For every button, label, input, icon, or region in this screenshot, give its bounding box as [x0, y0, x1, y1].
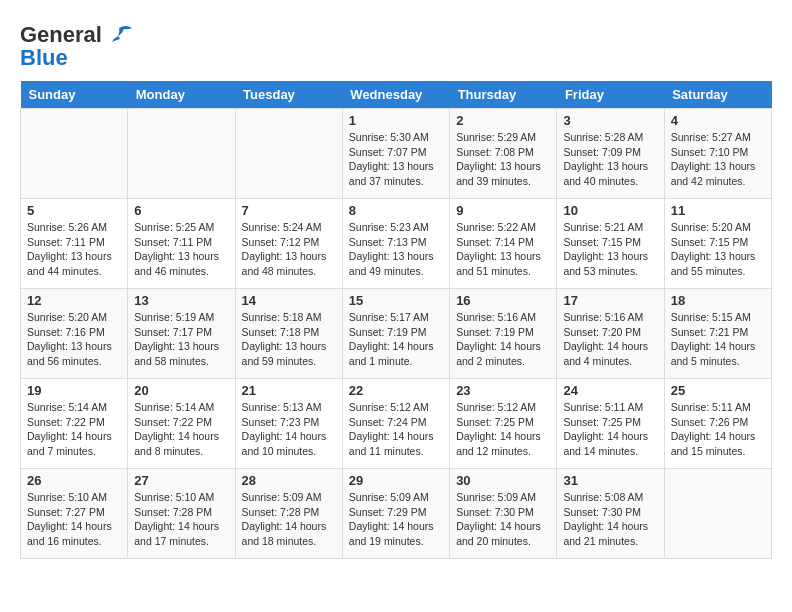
calendar-cell: 28Sunrise: 5:09 AM Sunset: 7:28 PM Dayli…: [235, 469, 342, 559]
day-number: 23: [456, 383, 550, 398]
day-info: Sunrise: 5:20 AM Sunset: 7:15 PM Dayligh…: [671, 220, 765, 279]
calendar-cell: [235, 109, 342, 199]
day-info: Sunrise: 5:09 AM Sunset: 7:30 PM Dayligh…: [456, 490, 550, 549]
calendar-cell: 29Sunrise: 5:09 AM Sunset: 7:29 PM Dayli…: [342, 469, 449, 559]
calendar-week-row: 12Sunrise: 5:20 AM Sunset: 7:16 PM Dayli…: [21, 289, 772, 379]
day-number: 3: [563, 113, 657, 128]
day-info: Sunrise: 5:13 AM Sunset: 7:23 PM Dayligh…: [242, 400, 336, 459]
day-number: 27: [134, 473, 228, 488]
calendar-cell: [664, 469, 771, 559]
day-number: 19: [27, 383, 121, 398]
day-info: Sunrise: 5:29 AM Sunset: 7:08 PM Dayligh…: [456, 130, 550, 189]
calendar-cell: 14Sunrise: 5:18 AM Sunset: 7:18 PM Dayli…: [235, 289, 342, 379]
day-info: Sunrise: 5:27 AM Sunset: 7:10 PM Dayligh…: [671, 130, 765, 189]
day-number: 8: [349, 203, 443, 218]
weekday-header-tuesday: Tuesday: [235, 81, 342, 109]
day-info: Sunrise: 5:11 AM Sunset: 7:26 PM Dayligh…: [671, 400, 765, 459]
calendar-cell: 6Sunrise: 5:25 AM Sunset: 7:11 PM Daylig…: [128, 199, 235, 289]
day-number: 24: [563, 383, 657, 398]
logo-blue-text: Blue: [20, 45, 68, 71]
weekday-header-monday: Monday: [128, 81, 235, 109]
day-info: Sunrise: 5:12 AM Sunset: 7:25 PM Dayligh…: [456, 400, 550, 459]
day-number: 31: [563, 473, 657, 488]
day-info: Sunrise: 5:18 AM Sunset: 7:18 PM Dayligh…: [242, 310, 336, 369]
day-number: 14: [242, 293, 336, 308]
weekday-header-row: SundayMondayTuesdayWednesdayThursdayFrid…: [21, 81, 772, 109]
calendar-cell: 19Sunrise: 5:14 AM Sunset: 7:22 PM Dayli…: [21, 379, 128, 469]
calendar-cell: 5Sunrise: 5:26 AM Sunset: 7:11 PM Daylig…: [21, 199, 128, 289]
day-number: 6: [134, 203, 228, 218]
day-number: 12: [27, 293, 121, 308]
day-info: Sunrise: 5:10 AM Sunset: 7:27 PM Dayligh…: [27, 490, 121, 549]
calendar-cell: 3Sunrise: 5:28 AM Sunset: 7:09 PM Daylig…: [557, 109, 664, 199]
day-info: Sunrise: 5:16 AM Sunset: 7:20 PM Dayligh…: [563, 310, 657, 369]
calendar-cell: 26Sunrise: 5:10 AM Sunset: 7:27 PM Dayli…: [21, 469, 128, 559]
day-info: Sunrise: 5:21 AM Sunset: 7:15 PM Dayligh…: [563, 220, 657, 279]
day-info: Sunrise: 5:20 AM Sunset: 7:16 PM Dayligh…: [27, 310, 121, 369]
day-info: Sunrise: 5:17 AM Sunset: 7:19 PM Dayligh…: [349, 310, 443, 369]
calendar-cell: 4Sunrise: 5:27 AM Sunset: 7:10 PM Daylig…: [664, 109, 771, 199]
day-number: 26: [27, 473, 121, 488]
calendar-cell: [21, 109, 128, 199]
calendar-cell: 11Sunrise: 5:20 AM Sunset: 7:15 PM Dayli…: [664, 199, 771, 289]
day-number: 18: [671, 293, 765, 308]
calendar-cell: 23Sunrise: 5:12 AM Sunset: 7:25 PM Dayli…: [450, 379, 557, 469]
day-number: 28: [242, 473, 336, 488]
calendar-week-row: 1Sunrise: 5:30 AM Sunset: 7:07 PM Daylig…: [21, 109, 772, 199]
day-info: Sunrise: 5:14 AM Sunset: 7:22 PM Dayligh…: [27, 400, 121, 459]
day-info: Sunrise: 5:16 AM Sunset: 7:19 PM Dayligh…: [456, 310, 550, 369]
calendar-cell: 25Sunrise: 5:11 AM Sunset: 7:26 PM Dayli…: [664, 379, 771, 469]
calendar-cell: 2Sunrise: 5:29 AM Sunset: 7:08 PM Daylig…: [450, 109, 557, 199]
calendar-cell: 18Sunrise: 5:15 AM Sunset: 7:21 PM Dayli…: [664, 289, 771, 379]
calendar-cell: 30Sunrise: 5:09 AM Sunset: 7:30 PM Dayli…: [450, 469, 557, 559]
day-number: 5: [27, 203, 121, 218]
day-number: 25: [671, 383, 765, 398]
day-info: Sunrise: 5:08 AM Sunset: 7:30 PM Dayligh…: [563, 490, 657, 549]
day-info: Sunrise: 5:28 AM Sunset: 7:09 PM Dayligh…: [563, 130, 657, 189]
day-number: 17: [563, 293, 657, 308]
calendar-cell: 9Sunrise: 5:22 AM Sunset: 7:14 PM Daylig…: [450, 199, 557, 289]
calendar-cell: 10Sunrise: 5:21 AM Sunset: 7:15 PM Dayli…: [557, 199, 664, 289]
day-info: Sunrise: 5:24 AM Sunset: 7:12 PM Dayligh…: [242, 220, 336, 279]
day-number: 4: [671, 113, 765, 128]
day-info: Sunrise: 5:15 AM Sunset: 7:21 PM Dayligh…: [671, 310, 765, 369]
calendar-cell: 1Sunrise: 5:30 AM Sunset: 7:07 PM Daylig…: [342, 109, 449, 199]
calendar-cell: 7Sunrise: 5:24 AM Sunset: 7:12 PM Daylig…: [235, 199, 342, 289]
day-number: 29: [349, 473, 443, 488]
day-info: Sunrise: 5:30 AM Sunset: 7:07 PM Dayligh…: [349, 130, 443, 189]
day-info: Sunrise: 5:09 AM Sunset: 7:28 PM Dayligh…: [242, 490, 336, 549]
weekday-header-wednesday: Wednesday: [342, 81, 449, 109]
day-number: 2: [456, 113, 550, 128]
calendar-cell: 21Sunrise: 5:13 AM Sunset: 7:23 PM Dayli…: [235, 379, 342, 469]
day-info: Sunrise: 5:19 AM Sunset: 7:17 PM Dayligh…: [134, 310, 228, 369]
day-number: 11: [671, 203, 765, 218]
logo-bird-icon: [104, 20, 134, 50]
calendar-cell: 13Sunrise: 5:19 AM Sunset: 7:17 PM Dayli…: [128, 289, 235, 379]
calendar-cell: [128, 109, 235, 199]
day-number: 10: [563, 203, 657, 218]
calendar-cell: 12Sunrise: 5:20 AM Sunset: 7:16 PM Dayli…: [21, 289, 128, 379]
day-number: 20: [134, 383, 228, 398]
logo: General Blue: [20, 20, 134, 71]
day-number: 7: [242, 203, 336, 218]
day-number: 13: [134, 293, 228, 308]
calendar-cell: 16Sunrise: 5:16 AM Sunset: 7:19 PM Dayli…: [450, 289, 557, 379]
calendar-cell: 22Sunrise: 5:12 AM Sunset: 7:24 PM Dayli…: [342, 379, 449, 469]
page-header: General Blue: [20, 20, 772, 71]
day-info: Sunrise: 5:11 AM Sunset: 7:25 PM Dayligh…: [563, 400, 657, 459]
day-info: Sunrise: 5:23 AM Sunset: 7:13 PM Dayligh…: [349, 220, 443, 279]
day-info: Sunrise: 5:14 AM Sunset: 7:22 PM Dayligh…: [134, 400, 228, 459]
day-info: Sunrise: 5:09 AM Sunset: 7:29 PM Dayligh…: [349, 490, 443, 549]
calendar-cell: 24Sunrise: 5:11 AM Sunset: 7:25 PM Dayli…: [557, 379, 664, 469]
calendar-week-row: 26Sunrise: 5:10 AM Sunset: 7:27 PM Dayli…: [21, 469, 772, 559]
day-number: 15: [349, 293, 443, 308]
calendar-cell: 27Sunrise: 5:10 AM Sunset: 7:28 PM Dayli…: [128, 469, 235, 559]
day-info: Sunrise: 5:26 AM Sunset: 7:11 PM Dayligh…: [27, 220, 121, 279]
day-info: Sunrise: 5:25 AM Sunset: 7:11 PM Dayligh…: [134, 220, 228, 279]
day-number: 22: [349, 383, 443, 398]
calendar-cell: 17Sunrise: 5:16 AM Sunset: 7:20 PM Dayli…: [557, 289, 664, 379]
calendar-cell: 31Sunrise: 5:08 AM Sunset: 7:30 PM Dayli…: [557, 469, 664, 559]
calendar-week-row: 5Sunrise: 5:26 AM Sunset: 7:11 PM Daylig…: [21, 199, 772, 289]
day-number: 1: [349, 113, 443, 128]
weekday-header-thursday: Thursday: [450, 81, 557, 109]
